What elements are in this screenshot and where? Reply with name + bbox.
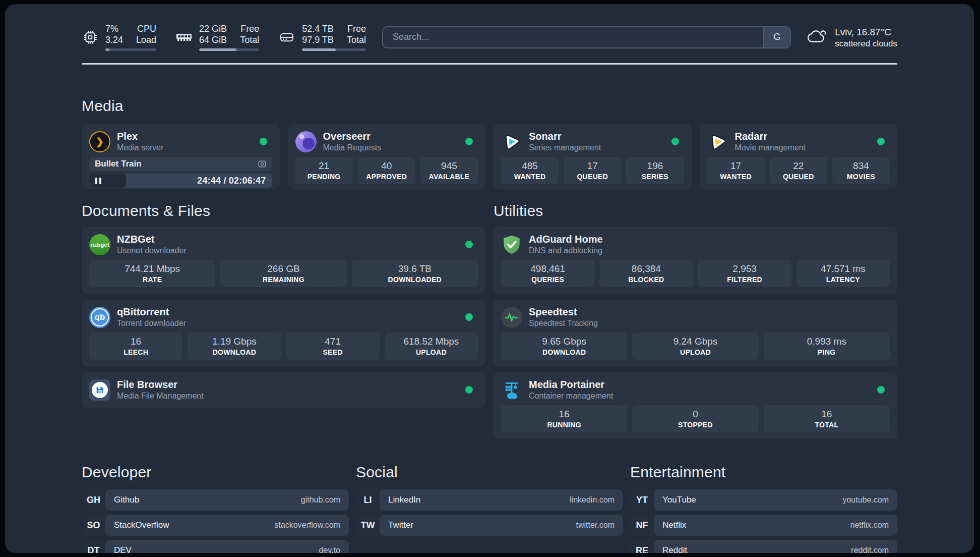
search-input[interactable]	[383, 27, 763, 47]
status-dot	[465, 138, 473, 145]
link-name: DEV	[114, 545, 132, 553]
playback-time: 24:44 / 02:06:47	[197, 176, 266, 186]
cloud-icon	[807, 29, 827, 46]
status-dot	[465, 313, 473, 321]
link-url: dev.to	[319, 546, 340, 553]
radarr-card[interactable]: Radarr Movie management 17 WANTED 22 QUE…	[700, 124, 898, 189]
ram-icon	[175, 29, 193, 46]
adguard-icon	[501, 234, 522, 255]
plex-progress-bar: 24:44 / 02:06:47	[89, 174, 272, 188]
link-url: linkedin.com	[570, 495, 615, 505]
disk-stat-group: 52.4 TB Free 97.9 TB Total	[278, 23, 366, 51]
link-name: YouTube	[662, 495, 696, 505]
stat-box: 22 QUEUED	[770, 157, 827, 184]
stat-box: 471 SEED	[286, 332, 380, 360]
nzbget-desc: Usenet downloader	[117, 246, 187, 256]
overseerr-desc: Media Requests	[323, 143, 382, 153]
link-abbr: GH	[82, 489, 105, 511]
stat-box: 744.21 Mbps RATE	[89, 260, 215, 287]
link-abbr: LI	[356, 489, 380, 511]
system-stats: 7% CPU 3.24 Load	[82, 23, 366, 51]
cpu-load-label: Load	[136, 34, 156, 45]
stat-box: 17 QUEUED	[564, 157, 621, 184]
disk-free-value: 52.4 TB	[302, 23, 334, 34]
ram-progress-bar	[199, 48, 259, 51]
status-dot	[877, 138, 885, 145]
link-url: reddit.com	[851, 546, 889, 553]
overseerr-card[interactable]: Overseerr Media Requests 21 PENDING 40 A…	[288, 124, 486, 189]
link-url: youtube.com	[842, 495, 889, 505]
disk-total-label: Total	[347, 34, 366, 45]
section-title-social: Social	[356, 463, 623, 481]
search-engine-button[interactable]: G	[763, 27, 790, 47]
stat-box: 9.24 Gbps UPLOAD	[632, 332, 758, 360]
qbittorrent-card[interactable]: qb qBittorrent Torrent downloader 16 LEE…	[82, 300, 485, 366]
status-dot	[260, 138, 267, 145]
plex-desc: Media server	[117, 143, 163, 153]
plex-name: Plex	[117, 130, 163, 143]
filebrowser-icon	[89, 379, 110, 401]
link-abbr: YT	[630, 489, 654, 511]
link-name: Github	[114, 495, 139, 505]
link-twitter[interactable]: TW Twitter twitter.com	[356, 515, 623, 536]
adguard-card[interactable]: AdGuard Home DNS and adblocking 498,461 …	[494, 227, 897, 294]
adguard-name: AdGuard Home	[529, 233, 603, 246]
status-dot	[465, 241, 473, 248]
filebrowser-card[interactable]: File Browser Media File Management	[82, 372, 485, 408]
link-reddit[interactable]: RE Reddit reddit.com	[630, 540, 897, 553]
disk-progress-bar	[302, 48, 366, 51]
disk-icon	[278, 29, 295, 46]
filebrowser-name: File Browser	[117, 378, 204, 391]
nzbget-name: NZBGet	[117, 233, 187, 246]
stat-box: 2,953 FILTERED	[698, 260, 791, 287]
link-github[interactable]: GH Github github.com	[82, 489, 349, 511]
portainer-card[interactable]: Media Portainer Container management 16 …	[494, 372, 897, 439]
stat-box: 16 LEECH	[89, 332, 182, 360]
topbar-divider	[82, 63, 897, 65]
memory-stat-group: 22 GiB Free 64 GiB Total	[175, 23, 259, 51]
status-dot	[671, 138, 679, 145]
plex-now-playing: Bullet Train	[89, 157, 272, 171]
link-dev[interactable]: DT DEV dev.to	[82, 540, 349, 553]
stat-box: 485 WANTED	[501, 157, 559, 184]
link-abbr: DT	[82, 540, 105, 553]
filebrowser-desc: Media File Management	[117, 391, 204, 401]
link-name: Twitter	[388, 520, 413, 530]
sonarr-desc: Series management	[529, 143, 601, 153]
link-name: Reddit	[662, 545, 687, 553]
weather-location: Lviv, 16.87°C	[835, 26, 897, 38]
link-youtube[interactable]: YT YouTube youtube.com	[630, 489, 897, 511]
stat-box: 16 RUNNING	[501, 405, 627, 432]
link-netflix[interactable]: NF Netflix netflix.com	[630, 515, 897, 536]
section-title-documents: Documents & Files	[82, 202, 485, 220]
stat-box: 40 APPROVED	[358, 157, 415, 184]
stat-box: 1.19 Gbps DOWNLOAD	[188, 332, 281, 360]
link-linkedin[interactable]: LI LinkedIn linkedin.com	[356, 489, 623, 511]
portainer-icon	[501, 379, 522, 401]
speedtest-desc: Speedtest Tracking	[529, 318, 598, 328]
disk-free-label: Free	[347, 23, 366, 34]
ram-total-value: 64 GiB	[199, 34, 227, 45]
link-name: Netflix	[662, 520, 686, 530]
link-abbr: SO	[82, 515, 105, 536]
top-bar: 7% CPU 3.24 Load	[82, 23, 897, 51]
speedtest-card[interactable]: Speedtest Speedtest Tracking 9.65 Gbps D…	[494, 300, 897, 366]
cpu-usage-value: 7%	[105, 23, 123, 34]
stat-box: 9.65 Gbps DOWNLOAD	[501, 332, 627, 360]
sonarr-card[interactable]: Sonarr Series management 485 WANTED 17 Q…	[494, 124, 692, 189]
link-stackoverflow[interactable]: SO StackOverflow stackoverflow.com	[82, 515, 349, 536]
qbittorrent-icon: qb	[89, 307, 110, 328]
cpu-load-value: 3.24	[105, 34, 123, 45]
link-name: StackOverflow	[114, 520, 169, 530]
stat-box: 945 AVAILABLE	[420, 157, 478, 184]
stat-box: 0.993 ms PING	[764, 332, 890, 360]
plex-card[interactable]: ❯ Plex Media server Bullet Train	[82, 124, 280, 189]
stat-box: 47.571 ms LATENCY	[797, 260, 890, 287]
section-title-media: Media	[82, 97, 897, 115]
cpu-progress-bar	[105, 48, 156, 51]
stat-box: 834 MOVIES	[832, 157, 890, 184]
nzbget-card[interactable]: nzbget NZBGet Usenet downloader 744.21 M…	[82, 227, 485, 294]
ram-total-label: Total	[240, 34, 259, 45]
overseerr-icon	[295, 131, 317, 152]
section-title-utilities: Utilities	[494, 202, 897, 220]
